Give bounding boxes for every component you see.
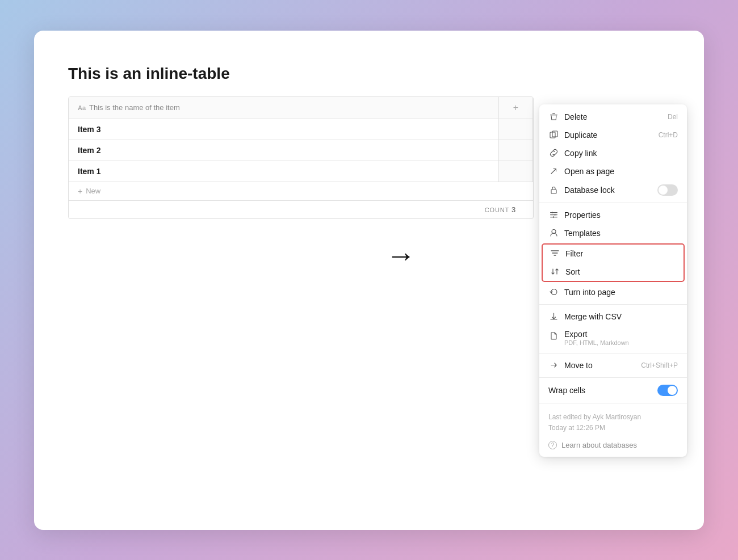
menu-item-filter[interactable]: Filter — [543, 245, 684, 263]
arrow-container: → — [386, 241, 416, 270]
last-edited-label: Last edited by Ayk Martirosyan — [548, 413, 641, 421]
move-to-label: Move to — [564, 361, 593, 370]
export-group: Export PDF, HTML, Markdown — [564, 330, 629, 346]
last-edited-time: Today at 12:26 PM — [548, 424, 605, 432]
learn-icon: ? — [548, 441, 557, 449]
row-name-cell: Item 2 — [69, 140, 499, 161]
database-lock-icon — [548, 185, 559, 195]
menu-item-copy-link[interactable]: Copy link — [539, 144, 687, 162]
move-to-shortcut: Ctrl+Shift+P — [641, 361, 678, 369]
name-col-header-label: This is the name of the item — [89, 103, 180, 112]
wrap-cells-label: Wrap cells — [548, 386, 585, 395]
main-card: This is an inline-table Aa This is the n… — [34, 31, 704, 530]
menu-item-duplicate[interactable]: Duplicate Ctrl+D — [539, 126, 687, 144]
duplicate-icon — [548, 130, 559, 140]
row-extra-cell — [499, 119, 533, 140]
menu-item-open-as-page[interactable]: Open as page — [539, 162, 687, 180]
delete-shortcut: Del — [668, 113, 678, 121]
svg-rect-7 — [550, 217, 557, 217]
content-area: This is an inline-table Aa This is the n… — [34, 31, 704, 242]
svg-rect-9 — [555, 214, 555, 216]
move-to-icon — [548, 360, 559, 370]
open-as-page-icon — [548, 166, 559, 176]
add-col-button[interactable]: + — [499, 97, 533, 119]
export-sublabel: PDF, HTML, Markdown — [564, 339, 629, 346]
count-label: COUNT — [485, 207, 509, 213]
menu-item-properties[interactable]: Properties — [539, 206, 687, 224]
export-label: Export — [564, 330, 629, 339]
menu-item-sort[interactable]: Sort — [543, 263, 684, 281]
svg-rect-1 — [552, 113, 555, 113]
table-row[interactable]: Item 1 — [69, 161, 533, 182]
templates-label: Templates — [564, 229, 601, 238]
arrow-icon: → — [386, 241, 416, 270]
svg-rect-8 — [552, 212, 552, 213]
delete-icon — [548, 112, 559, 122]
new-row-plus-icon: + — [78, 187, 82, 196]
divider-1 — [539, 203, 687, 203]
row-extra-cell — [499, 161, 533, 182]
properties-icon — [548, 210, 559, 220]
svg-rect-6 — [550, 214, 557, 215]
properties-label: Properties — [564, 210, 601, 220]
menu-item-database-lock[interactable]: Database lock — [539, 180, 687, 200]
sort-icon — [550, 267, 560, 277]
table-name-col-header: Aa This is the name of the item — [69, 97, 499, 119]
highlighted-group: Filter Sort — [542, 243, 685, 282]
merge-csv-label: Merge with CSV — [564, 312, 622, 321]
delete-label: Delete — [564, 112, 587, 121]
filter-label: Filter — [565, 249, 583, 258]
menu-item-export[interactable]: Export PDF, HTML, Markdown — [539, 326, 687, 350]
turn-into-page-label: Turn into page — [564, 288, 615, 297]
menu-item-delete[interactable]: Delete Del — [539, 108, 687, 126]
database-lock-label: Database lock — [564, 186, 615, 195]
row-name-cell: Item 3 — [69, 119, 499, 140]
copy-link-label: Copy link — [564, 149, 597, 158]
svg-rect-5 — [550, 212, 557, 213]
count-row: COUNT 3 — [69, 201, 533, 218]
count-value: 3 — [511, 205, 516, 214]
new-row-button[interactable]: + New — [69, 182, 533, 201]
database-lock-toggle[interactable] — [657, 184, 678, 196]
open-as-page-label: Open as page — [564, 167, 614, 176]
menu-item-turn-into-page[interactable]: Turn into page — [539, 283, 687, 301]
learn-label: Learn about databases — [561, 441, 637, 449]
merge-csv-icon — [548, 311, 559, 322]
table-row[interactable]: Item 3 — [69, 119, 533, 140]
page-title: This is an inline-table — [68, 65, 670, 83]
table-row[interactable]: Item 2 — [69, 140, 533, 161]
wrap-cells-toggle[interactable] — [657, 385, 678, 396]
svg-rect-4 — [551, 190, 556, 193]
row-extra-cell — [499, 140, 533, 161]
row-name-cell: Item 1 — [69, 161, 499, 182]
svg-rect-10 — [553, 216, 554, 218]
menu-item-wrap-cells[interactable]: Wrap cells — [539, 381, 687, 400]
menu-item-templates[interactable]: Templates — [539, 224, 687, 242]
context-menu: Delete Del Duplicate Ctrl+D Copy link — [539, 104, 687, 457]
add-column-icon: + — [513, 103, 518, 113]
turn-into-page-icon — [548, 287, 559, 297]
duplicate-label: Duplicate — [564, 130, 597, 140]
sort-label: Sort — [565, 267, 580, 276]
divider-3 — [539, 353, 687, 353]
export-icon — [548, 331, 559, 341]
last-edited-section: Last edited by Ayk Martirosyan Today at … — [539, 406, 687, 437]
text-type-icon: Aa — [78, 104, 86, 111]
new-row-label: New — [86, 187, 100, 195]
inline-table: Aa This is the name of the item + Item 3… — [68, 96, 534, 219]
divider-5 — [539, 403, 687, 403]
divider-2 — [539, 304, 687, 305]
duplicate-shortcut: Ctrl+D — [659, 131, 678, 139]
table-header-row: Aa This is the name of the item + — [69, 97, 533, 119]
templates-icon — [548, 228, 559, 238]
menu-item-move-to[interactable]: Move to Ctrl+Shift+P — [539, 356, 687, 374]
divider-4 — [539, 377, 687, 378]
svg-rect-0 — [550, 115, 557, 115]
learn-databases-link[interactable]: ? Learn about databases — [539, 437, 687, 453]
filter-icon — [550, 249, 560, 259]
menu-item-merge-csv[interactable]: Merge with CSV — [539, 308, 687, 326]
copy-link-icon — [548, 148, 559, 158]
